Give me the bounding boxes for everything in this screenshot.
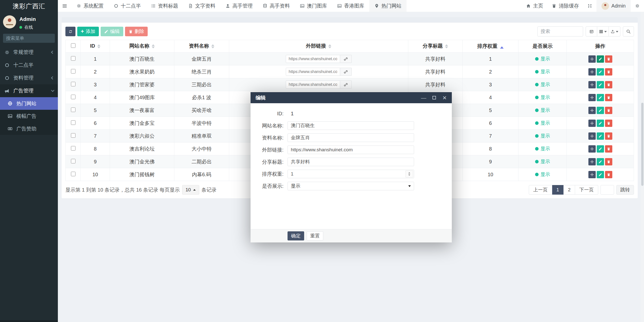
edit-button[interactable]: 编辑 xyxy=(101,27,123,36)
settings-button[interactable] xyxy=(631,0,644,12)
row-edit-button[interactable] xyxy=(597,55,604,63)
row-checkbox[interactable] xyxy=(71,133,75,138)
row-delete-button[interactable] xyxy=(605,132,612,140)
top-nav-macau-gallery[interactable]: 澳门图库 xyxy=(295,0,332,12)
search-submit-button[interactable] xyxy=(623,26,634,37)
header-site[interactable]: 网站名称 xyxy=(110,40,174,53)
home-button[interactable]: 主页 xyxy=(522,0,547,12)
drag-button[interactable] xyxy=(588,158,596,165)
drag-button[interactable] xyxy=(588,55,596,63)
search-input[interactable] xyxy=(537,26,583,37)
link-button[interactable] xyxy=(340,81,352,89)
select-all-checkbox[interactable] xyxy=(71,43,75,48)
row-delete-button[interactable] xyxy=(605,94,612,101)
page-size-dropdown[interactable]: 10 xyxy=(182,185,199,195)
status-label[interactable]: 显示 xyxy=(541,158,550,165)
top-nav-material-title[interactable]: 资料标题 xyxy=(146,0,183,12)
status-label[interactable]: 显示 xyxy=(541,107,550,114)
drag-button[interactable] xyxy=(588,81,596,88)
row-edit-button[interactable] xyxy=(597,94,604,101)
drag-button[interactable] xyxy=(588,68,596,76)
material-name-field[interactable] xyxy=(288,133,414,142)
user-menu[interactable]: Admin xyxy=(596,0,631,12)
top-nav-expert-manage[interactable]: 高手管理 xyxy=(220,0,258,12)
page-button-1[interactable]: 1 xyxy=(552,185,564,195)
add-button[interactable]: + 添加 xyxy=(77,27,99,36)
row-delete-button[interactable] xyxy=(605,107,612,114)
link-button[interactable] xyxy=(340,55,352,63)
sidebar-search-input[interactable] xyxy=(6,36,64,41)
top-nav-hk-gallery[interactable]: 香港图库 xyxy=(332,0,369,12)
spinner-down-icon[interactable] xyxy=(408,174,410,177)
drag-button[interactable] xyxy=(588,132,596,140)
top-nav-text-material[interactable]: 文字资料 xyxy=(183,0,220,12)
site-name-field[interactable] xyxy=(288,121,414,130)
row-edit-button[interactable] xyxy=(597,120,604,127)
status-label[interactable]: 显示 xyxy=(541,120,550,126)
status-label[interactable]: 显示 xyxy=(541,68,550,75)
next-page-button[interactable]: 下一页 xyxy=(575,185,598,195)
row-edit-button[interactable] xyxy=(597,81,604,88)
row-edit-button[interactable] xyxy=(597,171,604,178)
columns-button[interactable] xyxy=(597,26,609,37)
row-delete-button[interactable] xyxy=(605,171,612,178)
sidebar-item-banner-ads[interactable]: 横幅广告 xyxy=(0,110,58,122)
sidebar-item-general[interactable]: 常规管理 xyxy=(0,46,58,59)
refresh-button[interactable] xyxy=(65,27,75,36)
hamburger-icon[interactable] xyxy=(58,0,71,12)
row-checkbox[interactable] xyxy=(71,108,75,112)
sidebar-item-ads[interactable]: 广告管理 xyxy=(0,84,58,97)
external-link-field[interactable] xyxy=(288,146,414,154)
sort-weight-field[interactable] xyxy=(288,170,414,178)
row-delete-button[interactable] xyxy=(605,81,612,88)
page-scrollbar[interactable] xyxy=(641,12,644,322)
top-nav-hot-websites[interactable]: 热门网站 xyxy=(369,0,407,12)
row-edit-button[interactable] xyxy=(597,145,604,153)
status-label[interactable]: 显示 xyxy=(541,146,550,152)
minimize-icon[interactable]: — xyxy=(421,95,426,100)
drag-button[interactable] xyxy=(588,94,596,101)
header-display[interactable]: 是否展示 xyxy=(518,40,567,53)
fullscreen-button[interactable] xyxy=(583,0,596,12)
close-icon[interactable]: ✕ xyxy=(442,95,447,100)
jump-page-input[interactable] xyxy=(600,185,614,195)
drag-button[interactable] xyxy=(588,107,596,114)
header-link[interactable]: 外部链接 xyxy=(229,40,408,53)
header-share[interactable]: 分享标题 xyxy=(408,40,463,53)
row-checkbox[interactable] xyxy=(71,69,75,74)
share-title-field[interactable] xyxy=(288,158,414,166)
link-input[interactable] xyxy=(286,55,340,63)
spinner-up-icon[interactable] xyxy=(408,171,410,173)
scrollbar-thumb[interactable] xyxy=(641,103,643,186)
row-delete-button[interactable] xyxy=(605,145,612,153)
jump-button[interactable]: 跳转 xyxy=(616,185,634,195)
header-id[interactable]: ID xyxy=(81,40,110,53)
card-view-button[interactable] xyxy=(586,26,597,37)
sidebar-item-hot-websites[interactable]: 热门网站 xyxy=(0,97,58,110)
drag-button[interactable] xyxy=(588,171,596,178)
row-delete-button[interactable] xyxy=(605,55,612,63)
number-spinner[interactable] xyxy=(406,170,413,177)
prev-page-button[interactable]: 上一页 xyxy=(529,185,552,195)
row-checkbox[interactable] xyxy=(71,56,75,61)
header-material[interactable]: 资料名称 xyxy=(174,40,229,53)
header-weight[interactable]: 排序权重 xyxy=(463,40,518,53)
row-delete-button[interactable] xyxy=(605,68,612,76)
row-edit-button[interactable] xyxy=(597,132,604,140)
row-edit-button[interactable] xyxy=(597,68,604,76)
status-label[interactable]: 显示 xyxy=(541,133,550,139)
link-button[interactable] xyxy=(340,68,352,76)
display-select[interactable]: 显示 xyxy=(288,182,414,190)
top-nav-expert-material[interactable]: 高手资料 xyxy=(258,0,295,12)
row-delete-button[interactable] xyxy=(605,158,612,165)
row-checkbox[interactable] xyxy=(71,146,75,151)
row-checkbox[interactable] xyxy=(71,95,75,99)
row-checkbox[interactable] xyxy=(71,159,75,163)
reset-button[interactable]: 重置 xyxy=(307,231,323,240)
sidebar-item-twelve-thirty[interactable]: 十二点半 xyxy=(0,59,58,71)
top-nav-system-config[interactable]: 系统配置 xyxy=(71,0,109,12)
row-checkbox[interactable] xyxy=(71,82,75,86)
link-input[interactable] xyxy=(286,68,340,76)
delete-button[interactable]: 删除 xyxy=(125,27,148,36)
page-button-2[interactable]: 2 xyxy=(564,185,575,195)
